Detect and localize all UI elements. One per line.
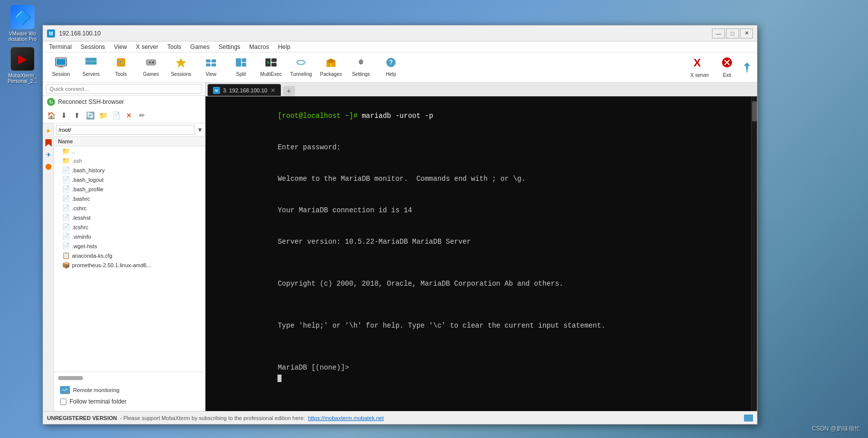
list-item[interactable]: 📁 .ssh	[54, 156, 205, 165]
follow-folder-label: Follow terminal folder	[70, 398, 126, 405]
file-name: .bashrc	[72, 196, 90, 202]
xserver-button[interactable]: X X server	[686, 54, 713, 80]
menu-tools[interactable]: Tools	[164, 42, 186, 51]
toolbar-session[interactable]: Session	[47, 54, 75, 80]
multiexec-label: MultiExec	[260, 71, 282, 77]
title-bar-controls: — □ ✕	[712, 28, 753, 38]
sidebar-newfile-btn[interactable]: 📄	[110, 110, 122, 121]
terminal-line: Welcome to the MariaDB monitor. Commands…	[210, 163, 746, 195]
svg-text:M: M	[49, 31, 53, 36]
svg-marker-16	[176, 58, 186, 67]
maximize-button[interactable]: □	[726, 28, 739, 38]
mobaxterm-icon[interactable]: ▶ MobaXterm_Personal_2...	[5, 47, 40, 84]
exit-button[interactable]: Exit	[717, 54, 737, 80]
sidebar-fav-icon[interactable]: ★	[44, 126, 53, 135]
cmd-text: mariadb -uroot -p	[358, 112, 433, 120]
status-bar: UNREGISTERED VERSION - Please support Mo…	[43, 411, 757, 424]
list-item[interactable]: 📁 ..	[54, 146, 205, 156]
toolbar-sessions[interactable]: Sessions	[167, 54, 195, 80]
list-item[interactable]: 📄 .bash_logout	[54, 175, 205, 184]
toolbar-help[interactable]: ? Help	[377, 54, 405, 80]
status-link[interactable]: https://mobaxterm.mobatek.net	[308, 415, 384, 421]
list-item[interactable]: 📄 .cshrc	[54, 203, 205, 213]
svg-point-8	[94, 59, 96, 60]
follow-folder-option: Follow terminal folder	[58, 396, 201, 407]
remote-monitoring-btn[interactable]: Remote monitoring	[58, 384, 201, 396]
file-tree[interactable]: 📁 .. 📁 .ssh 📄 .bash_history	[54, 146, 205, 372]
list-item[interactable]: 📄 .viminfo	[54, 232, 205, 241]
sidebar-arrow-icon[interactable]: ✈	[44, 150, 53, 159]
toolbar-games[interactable]: Games	[137, 54, 165, 80]
terminal-output: Welcome to the MariaDB monitor. Commands…	[278, 175, 526, 183]
toolbar-tools[interactable]: 🔧 Tools	[107, 54, 135, 80]
menu-games[interactable]: Games	[186, 42, 214, 51]
file-tree-header: Name	[54, 137, 205, 146]
path-dropdown[interactable]: ▼	[197, 126, 203, 133]
minimize-button[interactable]: —	[712, 28, 725, 38]
menu-help[interactable]: Help	[274, 42, 294, 51]
toolbar-view[interactable]: View	[197, 54, 225, 80]
svg-rect-20	[212, 63, 216, 66]
tab-bar: M 3. 192.168.100.10 ✕ +	[206, 82, 757, 96]
sidebar-refresh-btn[interactable]: 🔄	[84, 110, 96, 121]
menu-sessions[interactable]: Sessions	[76, 42, 109, 51]
menu-view[interactable]: View	[110, 42, 131, 51]
terminal-area[interactable]: [root@localhost ~]# mariadb -uroot -p En…	[206, 96, 751, 411]
sidebar-circle-icon[interactable]	[44, 162, 53, 171]
toolbar-packages[interactable]: Packages	[317, 54, 345, 80]
list-item[interactable]: 📄 .bash_history	[54, 165, 205, 175]
file-name: .lesshst	[72, 215, 90, 221]
list-item[interactable]: 📄 .bash_profile	[54, 184, 205, 194]
list-item[interactable]: 📦 prometheus-2.50.1.linux-amd6...	[54, 260, 205, 270]
quick-connect-input[interactable]	[46, 84, 202, 94]
sidebar-home-btn[interactable]: 🏠	[45, 110, 57, 121]
sidebar-bookmark-icon[interactable]	[44, 138, 53, 147]
close-button[interactable]: ✕	[740, 28, 753, 38]
vmware-icon[interactable]: 🔷 VMware Wo rkstation Pro	[5, 5, 40, 42]
servers-icon	[85, 57, 97, 70]
menu-macros[interactable]: Macros	[246, 42, 273, 51]
list-item[interactable]: 📄 .bashrc	[54, 194, 205, 203]
sidebar-upload-btn[interactable]: ⬆	[71, 110, 83, 121]
toolbar-servers[interactable]: Servers	[77, 54, 105, 80]
exit-icon	[721, 56, 733, 71]
sidebar-down-btn[interactable]: ⬇	[58, 110, 70, 121]
svg-rect-23	[242, 63, 246, 66]
sidebar-delete-btn[interactable]: ✕	[123, 110, 135, 121]
terminal-scrollbar[interactable]	[751, 96, 757, 411]
sidebar-newfolder-btn[interactable]: 📁	[97, 110, 109, 121]
menu-terminal[interactable]: Terminal	[45, 42, 76, 51]
title-bar: M 192.168.100.10 — □ ✕	[43, 25, 757, 41]
exit-label: Exit	[723, 72, 732, 78]
follow-folder-checkbox[interactable]	[60, 399, 66, 405]
pin-button[interactable]	[741, 61, 753, 73]
toolbar-tunneling[interactable]: Tunneling	[287, 54, 315, 80]
toolbar-settings[interactable]: Settings	[347, 54, 375, 80]
list-item[interactable]: 📄 .tcshrc	[54, 222, 205, 232]
menu-xserver[interactable]: X server	[132, 42, 162, 51]
file-name: .bash_profile	[72, 186, 104, 192]
toolbar-multiexec[interactable]: MultiExec	[257, 54, 285, 80]
new-tab-button[interactable]: +	[283, 86, 295, 96]
menu-settings[interactable]: Settings	[214, 42, 244, 51]
list-item[interactable]: 📄 .lesshst	[54, 213, 205, 222]
terminal-with-scrollbar: [root@localhost ~]# mariadb -uroot -p En…	[206, 96, 757, 411]
list-item[interactable]: 📄 .wget-hsts	[54, 241, 205, 251]
sidebar-rename-btn[interactable]: ✏	[136, 110, 148, 121]
split-label: Split	[236, 71, 246, 77]
tunneling-icon	[295, 57, 307, 70]
file-icon: 📄	[62, 214, 70, 221]
terminal-line: [root@localhost ~]# mariadb -uroot -p	[210, 100, 746, 132]
list-item[interactable]: 📋 anaconda-ks.cfg	[54, 251, 205, 260]
path-input[interactable]	[56, 125, 195, 135]
svg-text:M: M	[215, 89, 218, 92]
terminal-output: Server version: 10.5.22-MariaDB MariaDB …	[278, 238, 470, 246]
reconnect-button[interactable]: ↻ Reconnect SSH-browser	[43, 96, 205, 108]
tab-active[interactable]: M 3. 192.168.100.10 ✕	[208, 84, 281, 96]
sidebar-main-content: ★ ✈	[43, 123, 205, 411]
scrollbar-thumb[interactable]	[752, 101, 757, 121]
view-icon	[205, 57, 217, 70]
tab-close-button[interactable]: ✕	[270, 87, 276, 94]
toolbar-split[interactable]: Split	[227, 54, 255, 80]
status-message: - Please support MobaXterm by subscribin…	[120, 415, 305, 421]
